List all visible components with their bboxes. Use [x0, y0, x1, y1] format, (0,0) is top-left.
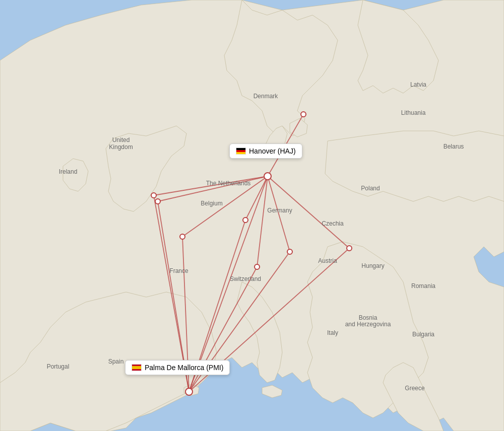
svg-text:Ireland: Ireland: [59, 168, 78, 175]
svg-text:France: France: [169, 267, 188, 274]
svg-point-20: [180, 234, 185, 239]
svg-text:Spain: Spain: [108, 358, 124, 365]
svg-text:Denmark: Denmark: [254, 93, 279, 100]
svg-text:Germany: Germany: [267, 207, 292, 214]
svg-text:The Netherlands: The Netherlands: [206, 180, 251, 187]
svg-text:Hungary: Hungary: [361, 262, 384, 269]
svg-text:and Herzegovina: and Herzegovina: [345, 321, 391, 328]
svg-text:Bulgaria: Bulgaria: [412, 331, 434, 338]
svg-text:Portugal: Portugal: [47, 363, 70, 370]
svg-point-17: [301, 112, 306, 117]
svg-point-25: [264, 173, 271, 180]
svg-text:Lithuania: Lithuania: [401, 109, 426, 116]
svg-text:Austria: Austria: [318, 257, 337, 264]
svg-text:Romania: Romania: [411, 282, 435, 290]
svg-text:Kingdom: Kingdom: [109, 143, 133, 151]
svg-point-21: [243, 218, 248, 223]
svg-point-24: [347, 246, 352, 251]
svg-text:Belgium: Belgium: [201, 200, 222, 207]
svg-text:United: United: [112, 136, 130, 143]
svg-point-18: [151, 193, 156, 198]
svg-text:Czechia: Czechia: [322, 220, 344, 227]
svg-text:Italy: Italy: [327, 329, 338, 336]
svg-text:Latvia: Latvia: [410, 81, 426, 88]
svg-text:Poland: Poland: [361, 185, 380, 192]
svg-text:Bosnia: Bosnia: [359, 314, 377, 321]
svg-point-23: [255, 264, 260, 269]
svg-point-19: [155, 199, 160, 204]
svg-point-26: [185, 388, 193, 395]
svg-text:Greece: Greece: [405, 385, 425, 392]
map-svg: .land { fill: #e8e4d8; stroke: #c0b898; …: [0, 0, 504, 431]
svg-text:Switzerland: Switzerland: [230, 275, 261, 282]
map-container: .land { fill: #e8e4d8; stroke: #c0b898; …: [0, 0, 504, 431]
svg-text:Belarus: Belarus: [444, 143, 464, 150]
svg-point-22: [287, 249, 292, 254]
